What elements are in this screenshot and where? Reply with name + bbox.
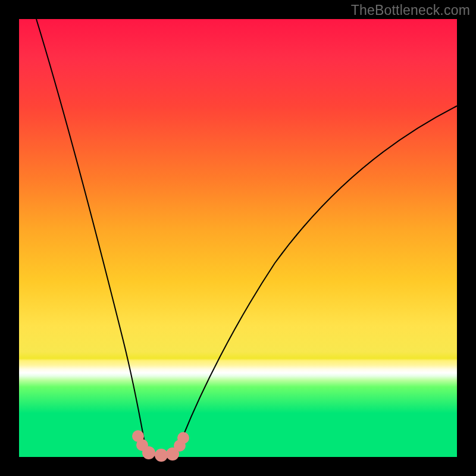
attribution-text: TheBottleneck.com	[351, 2, 470, 18]
bottleneck-curve	[36, 19, 457, 456]
plot-area	[19, 19, 457, 457]
chart-svg	[19, 19, 457, 457]
valley-floor-marker-a	[142, 446, 155, 459]
right-ascent-marker-b	[177, 432, 189, 444]
valley-floor-marker-b	[155, 449, 168, 462]
outer-frame: TheBottleneck.com	[0, 0, 476, 476]
